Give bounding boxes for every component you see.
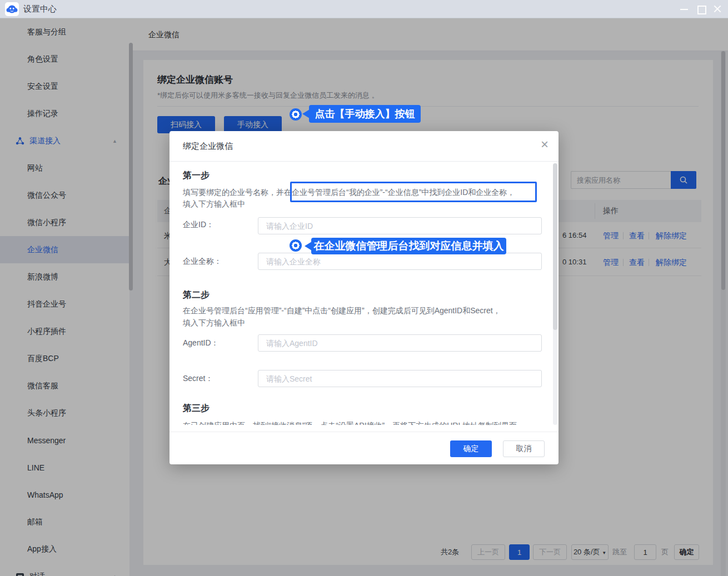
secret-label: Secret： <box>183 374 213 384</box>
app-window: 设置中心 客服与分组 角色设置 安全设置 操作记录 渠道接入 <box>0 0 728 576</box>
corp-id-input[interactable] <box>258 217 542 234</box>
modal-ok-button[interactable]: 确定 <box>450 440 492 457</box>
annotation-marker <box>290 239 302 252</box>
step1-line2: 填入下方输入框中 <box>183 198 245 210</box>
modal-scrollbar-thumb[interactable] <box>553 163 557 330</box>
annotation-highlight-rect <box>290 182 537 202</box>
annotation-marker <box>290 108 302 121</box>
secret-input[interactable] <box>258 370 542 387</box>
close-icon[interactable] <box>709 0 726 18</box>
corp-name-input[interactable] <box>258 253 542 270</box>
step2-line1: 在企业号管理后台“应用管理”-“自建”中点击“创建应用”，创建完成后可见到Age… <box>183 305 541 317</box>
annotation-callout-manual-button: 点击【手动接入】按钮 <box>309 105 421 123</box>
corp-name-label: 企业全称： <box>183 257 222 267</box>
step2-title: 第二步 <box>183 289 210 301</box>
window-title: 设置中心 <box>23 4 57 14</box>
bind-wechat-work-modal: 绑定企业微信 × 第一步 填写要绑定的企业号名称，并在企业号管理后台“我的企业”… <box>169 131 559 464</box>
minimize-icon[interactable] <box>676 0 692 18</box>
corp-id-label: 企业ID： <box>183 220 214 230</box>
modal-title: 绑定企业微信 <box>183 141 233 152</box>
modal-close-icon[interactable]: × <box>541 138 549 151</box>
agent-id-input[interactable] <box>258 334 542 352</box>
app-body: 客服与分组 角色设置 安全设置 操作记录 渠道接入 ▲ 网站 微信公众号 微信小… <box>0 18 728 576</box>
modal-cancel-button[interactable]: 取消 <box>503 440 545 457</box>
step1-title: 第一步 <box>183 170 210 182</box>
agent-id-label: AgentID： <box>183 338 219 348</box>
step2-line2: 填入下方输入框中 <box>183 317 245 329</box>
window-titlebar: 设置中心 <box>0 0 728 18</box>
annotation-callout-fill-info: 在企业微信管理后台找到对应信息并填入 <box>311 238 506 254</box>
step3-clipped-line: 在已创建应用内页，找到“接收消息”项，点击“设置API接收”，再将下方生成的UR… <box>183 420 541 425</box>
app-logo-icon <box>5 2 19 16</box>
maximize-icon[interactable] <box>692 0 709 18</box>
step3-title: 第三步 <box>183 403 210 414</box>
